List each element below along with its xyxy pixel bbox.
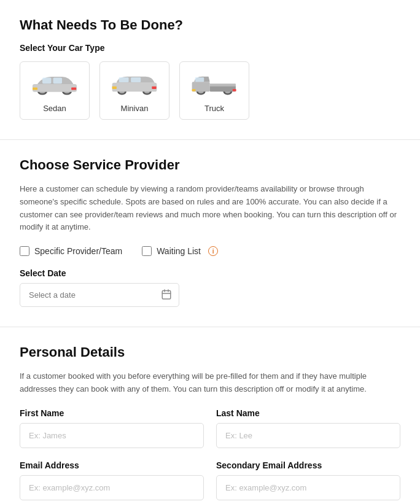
provider-options-row: Specific Provider/Team Waiting List i — [20, 246, 400, 256]
section3-description: If a customer booked with you before eve… — [20, 370, 400, 396]
section2-description: Here a customer can schedule by viewing … — [20, 183, 400, 234]
svg-rect-24 — [210, 85, 236, 91]
specific-provider-label: Specific Provider/Team — [34, 246, 122, 256]
minivan-icon — [110, 69, 159, 99]
name-row: First Name Last Name — [20, 408, 400, 448]
car-type-sedan[interactable]: Sedan — [20, 61, 90, 120]
svg-rect-25 — [210, 83, 236, 86]
car-type-label: Select Your Car Type — [20, 43, 400, 53]
waiting-list-checkbox[interactable] — [142, 246, 152, 256]
email-label: Email Address — [20, 460, 204, 470]
section1-title: What Needs To Be Done? — [20, 17, 400, 33]
svg-rect-4 — [33, 84, 77, 92]
what-needs-done-section: What Needs To Be Done? Select Your Car T… — [0, 0, 420, 140]
svg-rect-16 — [112, 87, 117, 89]
section2-title: Choose Service Provider — [20, 157, 400, 173]
sedan-label: Sedan — [43, 104, 66, 113]
choose-service-provider-section: Choose Service Provider Here a customer … — [0, 140, 420, 327]
date-label: Select Date — [20, 268, 400, 278]
waiting-list-label: Waiting List — [157, 246, 201, 256]
svg-rect-23 — [195, 77, 204, 82]
personal-details-section: Personal Details If a customer booked wi… — [0, 327, 420, 504]
section3-title: Personal Details — [20, 344, 400, 360]
first-name-input[interactable] — [20, 423, 204, 448]
email-input[interactable] — [20, 475, 204, 500]
sedan-icon — [30, 69, 79, 99]
specific-provider-checkbox[interactable] — [20, 246, 29, 256]
svg-rect-13 — [112, 83, 157, 92]
car-type-grid: Sedan Minivan — [20, 61, 400, 120]
secondary-email-input[interactable] — [216, 475, 400, 500]
first-name-col: First Name — [20, 408, 204, 448]
svg-rect-15 — [131, 77, 141, 82]
minivan-label: Minivan — [121, 104, 149, 113]
first-name-label: First Name — [20, 408, 204, 418]
truck-icon — [190, 69, 239, 99]
specific-provider-checkbox-item[interactable]: Specific Provider/Team — [20, 246, 122, 256]
svg-rect-27 — [233, 89, 236, 91]
email-col: Email Address — [20, 460, 204, 500]
svg-rect-14 — [119, 77, 129, 82]
svg-rect-6 — [53, 78, 62, 84]
secondary-email-label: Secondary Email Address — [216, 460, 400, 470]
secondary-email-col: Secondary Email Address — [216, 460, 400, 500]
svg-rect-5 — [42, 78, 51, 84]
waiting-list-info-icon[interactable]: i — [208, 246, 218, 256]
email-row: Email Address Secondary Email Address — [20, 460, 400, 500]
svg-rect-8 — [71, 88, 76, 90]
svg-rect-7 — [33, 88, 37, 90]
svg-rect-26 — [192, 89, 196, 91]
date-input-wrapper — [20, 283, 179, 307]
last-name-label: Last Name — [216, 408, 400, 418]
truck-label: Truck — [204, 104, 224, 113]
svg-rect-17 — [152, 87, 156, 89]
waiting-list-checkbox-item[interactable]: Waiting List i — [142, 246, 218, 256]
date-input[interactable] — [20, 283, 179, 307]
last-name-col: Last Name — [216, 408, 400, 448]
car-type-truck[interactable]: Truck — [179, 61, 249, 120]
car-type-minivan[interactable]: Minivan — [99, 61, 169, 120]
last-name-input[interactable] — [216, 423, 400, 448]
